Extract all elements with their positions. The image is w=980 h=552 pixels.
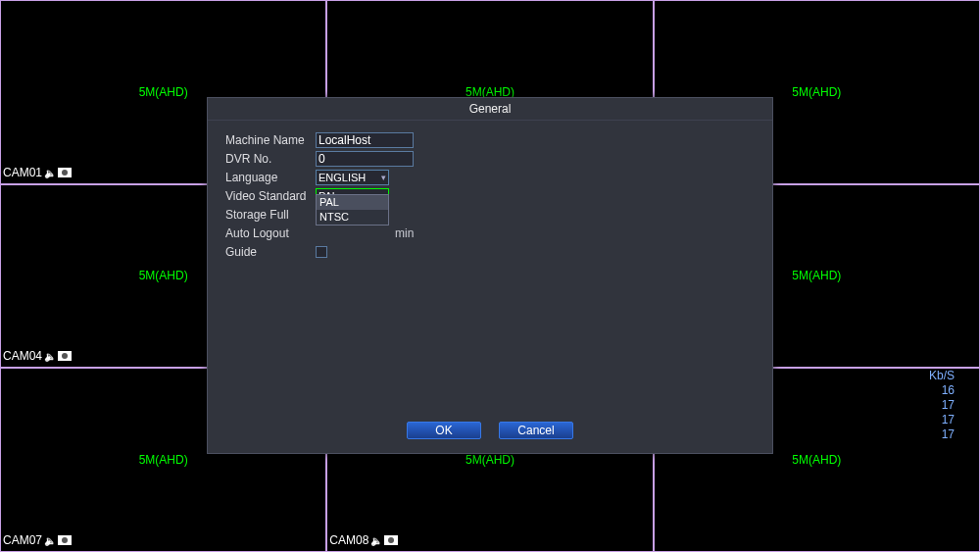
video-standard-dropdown: PAL NTSC xyxy=(316,194,389,226)
camera-name-label: CAM04 xyxy=(3,349,72,363)
machine-name-label: Machine Name xyxy=(225,133,316,147)
auto-logout-label: Auto Logout xyxy=(225,226,316,240)
stats-row: 17 xyxy=(929,427,955,442)
speaker-icon xyxy=(44,533,56,547)
camera-name-label: CAM01 xyxy=(3,166,72,179)
record-icon xyxy=(58,168,72,177)
speaker-icon xyxy=(370,533,382,547)
camera-res-label: 5M(AHD) xyxy=(792,85,841,99)
record-icon xyxy=(58,351,72,361)
dropdown-option-ntsc[interactable]: NTSC xyxy=(317,210,388,225)
dvr-no-label: DVR No. xyxy=(225,152,316,166)
camera-res-label: 5M(AHD) xyxy=(139,453,188,467)
camera-name-label: CAM07 xyxy=(3,533,72,547)
machine-name-input[interactable]: LocalHost xyxy=(316,132,414,148)
storage-full-label: Storage Full xyxy=(225,208,316,222)
camera-name-label: CAM08 xyxy=(329,533,398,547)
guide-label: Guide xyxy=(225,245,316,259)
ok-button[interactable]: OK xyxy=(407,422,481,439)
camera-res-label: 5M(AHD) xyxy=(792,269,841,282)
camera-res-label: 5M(AHD) xyxy=(792,453,841,467)
language-select[interactable]: ENGLISH ▾ xyxy=(316,170,389,185)
record-icon xyxy=(384,535,398,545)
stats-header: Kb/S xyxy=(929,369,955,383)
camera-res-label: 5M(AHD) xyxy=(139,269,188,282)
stats-row: 17 xyxy=(929,398,955,413)
stats-row: 17 xyxy=(929,413,955,427)
video-standard-label: Video Standard xyxy=(225,189,316,203)
camera-res-label: 5M(AHD) xyxy=(466,453,514,467)
guide-checkbox[interactable] xyxy=(316,246,327,258)
chevron-down-icon: ▾ xyxy=(381,171,386,184)
bitrate-stats: Kb/S 16 17 17 17 xyxy=(929,369,955,442)
record-icon xyxy=(58,535,72,545)
dvr-no-input[interactable]: 0 xyxy=(316,151,414,167)
cancel-button[interactable]: Cancel xyxy=(499,422,573,439)
auto-logout-unit: min xyxy=(395,226,414,240)
language-label: Language xyxy=(225,171,316,184)
speaker-icon xyxy=(44,349,56,363)
general-settings-dialog: General Machine Name LocalHost DVR No. 0… xyxy=(207,97,773,454)
speaker-icon xyxy=(44,166,56,179)
dialog-title: General xyxy=(208,98,772,121)
dropdown-option-pal[interactable]: PAL xyxy=(317,195,388,210)
camera-res-label: 5M(AHD) xyxy=(139,85,188,99)
stats-row: 16 xyxy=(929,383,955,398)
